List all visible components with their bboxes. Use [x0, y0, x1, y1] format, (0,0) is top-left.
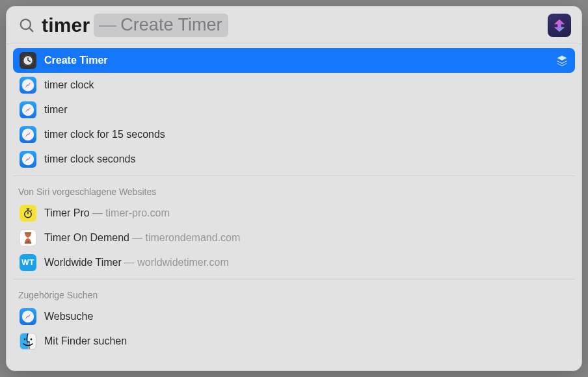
search-input[interactable]: timer — Create Timer — [42, 6, 542, 44]
result-title: Mit Finder suchen — [44, 335, 127, 347]
svg-line-1 — [29, 27, 33, 31]
shortcuts-app-icon — [548, 14, 571, 37]
result-sub: — worldwidetimer.com — [124, 257, 229, 268]
result-title: timer clock for 15 seconds — [44, 129, 165, 140]
result-websuche[interactable]: Websuche — [13, 304, 575, 329]
section-header-related: Zugehörige Suchen — [13, 283, 575, 304]
result-worldwide-timer[interactable]: WT Worldwide Timer — worldwidetimer.com — [13, 250, 575, 275]
stopwatch-icon — [20, 205, 36, 222]
spotlight-window: timer — Create Timer — [6, 6, 582, 371]
safari-icon — [20, 151, 36, 168]
search-suggestion-chip[interactable]: — Create Timer — [94, 14, 228, 37]
result-timer-pro[interactable]: Timer Pro — timer-pro.com — [13, 201, 575, 226]
svg-rect-17 — [25, 242, 32, 244]
clock-icon — [20, 52, 36, 69]
divider — [13, 176, 575, 176]
dash-glyph: — — [99, 15, 116, 35]
results-list: Create Timer timer clock — [7, 44, 581, 370]
result-title: Create Timer — [44, 55, 108, 66]
result-title: Timer Pro — [44, 207, 90, 219]
svg-line-15 — [31, 210, 32, 211]
search-suggestion-label: Create Timer — [120, 15, 222, 35]
hourglass-icon — [20, 229, 36, 246]
result-title: Timer On Demend — [44, 232, 129, 244]
stack-icon — [555, 54, 568, 67]
result-title: timer clock — [44, 79, 94, 91]
safari-icon — [20, 101, 36, 118]
svg-rect-16 — [25, 232, 32, 233]
safari-icon — [20, 77, 36, 94]
result-title: timer — [44, 104, 68, 116]
finder-icon — [20, 333, 36, 350]
result-finder-search[interactable]: Mit Finder suchen — [13, 329, 575, 354]
result-timer-clock-seconds[interactable]: timer clock seconds — [13, 147, 575, 172]
search-bar: timer — Create Timer — [7, 6, 581, 44]
result-title: Websuche — [44, 311, 93, 322]
result-title: timer clock seconds — [44, 153, 136, 165]
result-timer-on-demend[interactable]: Timer On Demend — timerondemand.com — [13, 226, 575, 250]
result-title: Worldwide Timer — [44, 257, 122, 268]
svg-point-20 — [31, 339, 33, 341]
safari-icon — [20, 126, 36, 143]
result-timer-clock-15s[interactable]: timer clock for 15 seconds — [13, 122, 575, 147]
result-sub: — timer-pro.com — [92, 207, 170, 219]
wt-icon: WT — [20, 254, 36, 271]
result-sub: — timerondemand.com — [132, 232, 240, 244]
svg-point-19 — [24, 339, 26, 341]
search-icon — [18, 17, 35, 34]
section-header-siri: Von Siri vorgeschlagene Websites — [13, 180, 575, 201]
divider — [13, 279, 575, 280]
result-create-timer[interactable]: Create Timer — [13, 48, 575, 73]
result-timer-clock[interactable]: timer clock — [13, 73, 575, 98]
safari-icon — [20, 308, 36, 325]
search-query-text: timer — [42, 14, 90, 36]
result-timer[interactable]: timer — [13, 98, 575, 122]
